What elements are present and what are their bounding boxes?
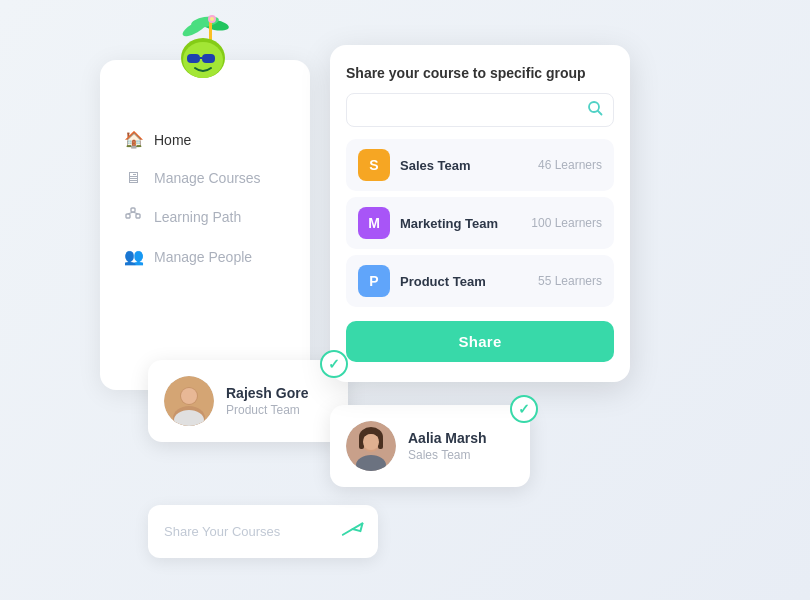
sidebar-item-learning-path-label: Learning Path bbox=[154, 209, 241, 225]
user-info-rajesh: Rajesh Gore Product Team bbox=[226, 385, 308, 417]
avatar-rajesh bbox=[164, 376, 214, 426]
team-name-product: Product Team bbox=[400, 274, 528, 289]
share-modal: Share your course to specific group S Sa… bbox=[330, 45, 630, 382]
user-card-rajesh: Rajesh Gore Product Team bbox=[148, 360, 348, 442]
svg-line-14 bbox=[128, 212, 133, 214]
svg-rect-3 bbox=[209, 20, 212, 42]
search-bar[interactable] bbox=[346, 93, 614, 127]
team-list: S Sales Team 46 Learners M Marketing Tea… bbox=[346, 139, 614, 307]
svg-rect-7 bbox=[202, 54, 215, 63]
learning-icon bbox=[124, 207, 142, 227]
check-icon-rajesh: ✓ bbox=[328, 356, 340, 372]
sidebar-item-home-label: Home bbox=[154, 132, 191, 148]
svg-rect-11 bbox=[126, 214, 130, 218]
check-badge-aalia: ✓ bbox=[510, 395, 538, 423]
search-icon bbox=[587, 100, 603, 120]
sidebar-item-manage-courses-label: Manage Courses bbox=[154, 170, 261, 186]
user-team-rajesh: Product Team bbox=[226, 403, 308, 417]
search-input[interactable] bbox=[357, 103, 587, 118]
check-icon-aalia: ✓ bbox=[518, 401, 530, 417]
check-badge-rajesh: ✓ bbox=[320, 350, 348, 378]
monitor-icon: 🖥 bbox=[124, 169, 142, 187]
user-name-aalia: Aalia Marsh bbox=[408, 430, 487, 446]
modal-title: Share your course to specific group bbox=[346, 65, 614, 81]
user-team-aalia: Sales Team bbox=[408, 448, 487, 462]
share-courses-bar[interactable]: Share Your Courses bbox=[148, 505, 378, 558]
send-icon bbox=[339, 517, 365, 546]
app-logo bbox=[160, 5, 250, 95]
user-info-aalia: Aalia Marsh Sales Team bbox=[408, 430, 487, 462]
user-card-aalia: Aalia Marsh Sales Team bbox=[330, 405, 530, 487]
sidebar-item-learning-path[interactable]: Learning Path bbox=[100, 197, 310, 237]
team-item-marketing[interactable]: M Marketing Team 100 Learners bbox=[346, 197, 614, 249]
sidebar-item-home[interactable]: 🏠 Home bbox=[100, 120, 310, 159]
people-icon: 👥 bbox=[124, 247, 142, 266]
team-avatar-marketing: M bbox=[358, 207, 390, 239]
sidebar-item-manage-courses[interactable]: 🖥 Manage Courses bbox=[100, 159, 310, 197]
svg-line-17 bbox=[598, 111, 602, 115]
user-name-rajesh: Rajesh Gore bbox=[226, 385, 308, 401]
team-avatar-sales: S bbox=[358, 149, 390, 181]
svg-rect-13 bbox=[136, 214, 140, 218]
avatar-aalia bbox=[346, 421, 396, 471]
sidebar-item-manage-people-label: Manage People bbox=[154, 249, 252, 265]
sidebar-item-manage-people[interactable]: 👥 Manage People bbox=[100, 237, 310, 276]
svg-line-15 bbox=[133, 212, 138, 214]
svg-point-28 bbox=[363, 434, 379, 450]
sidebar-nav: 🏠 Home 🖥 Manage Courses Learning Path 👥 … bbox=[100, 120, 310, 276]
sidebar-panel: 🏠 Home 🖥 Manage Courses Learning Path 👥 … bbox=[100, 60, 310, 390]
svg-rect-12 bbox=[131, 208, 135, 212]
svg-point-10 bbox=[210, 17, 214, 21]
team-item-sales[interactable]: S Sales Team 46 Learners bbox=[346, 139, 614, 191]
team-name-sales: Sales Team bbox=[400, 158, 528, 173]
team-name-marketing: Marketing Team bbox=[400, 216, 521, 231]
home-icon: 🏠 bbox=[124, 130, 142, 149]
svg-rect-6 bbox=[187, 54, 200, 63]
share-button[interactable]: Share bbox=[346, 321, 614, 362]
share-courses-text: Share Your Courses bbox=[164, 524, 280, 539]
team-item-product[interactable]: P Product Team 55 Learners bbox=[346, 255, 614, 307]
team-avatar-product: P bbox=[358, 265, 390, 297]
team-count-product: 55 Learners bbox=[538, 274, 602, 288]
team-count-sales: 46 Learners bbox=[538, 158, 602, 172]
team-count-marketing: 100 Learners bbox=[531, 216, 602, 230]
svg-point-21 bbox=[181, 388, 197, 404]
